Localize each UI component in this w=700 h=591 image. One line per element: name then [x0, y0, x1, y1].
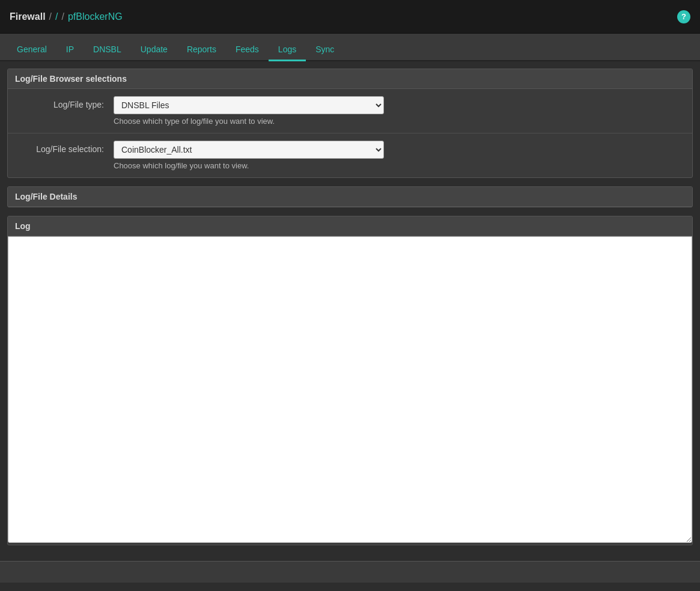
log-file-type-wrap: DNSBL Files IP Files General Files Choos…: [114, 96, 683, 126]
log-file-selection-hint: Choose which log/file you want to view.: [114, 161, 683, 170]
tab-dnsbl[interactable]: DNSBL: [84, 39, 131, 61]
tab-feeds[interactable]: Feeds: [226, 39, 269, 61]
log-file-selection-row: Log/File selection: CoinBlocker_All.txt …: [8, 133, 692, 177]
tab-ip[interactable]: IP: [56, 39, 84, 61]
breadcrumb-sep-1: /: [49, 11, 52, 22]
help-icon[interactable]: ?: [677, 10, 690, 23]
tab-reports[interactable]: Reports: [177, 39, 226, 61]
log-file-type-label: Log/File type:: [17, 96, 114, 109]
log-file-type-hint: Choose which type of log/file you want t…: [114, 117, 683, 126]
breadcrumb-firewall: Firewall: [10, 11, 46, 22]
log-file-selection-wrap: CoinBlocker_All.txt Choose which log/fil…: [114, 141, 683, 170]
breadcrumb: Firewall / / / pfBlockerNG: [10, 11, 123, 22]
browser-selections-header: Log/File Browser selections: [8, 69, 692, 89]
tab-logs[interactable]: Logs: [269, 39, 306, 61]
log-panel-header: Log: [8, 216, 692, 236]
tab-general[interactable]: General: [7, 39, 56, 61]
log-textarea[interactable]: [8, 236, 692, 543]
file-details-panel: Log/File Details: [7, 186, 693, 207]
browser-selections-body: Log/File type: DNSBL Files IP Files Gene…: [8, 89, 692, 177]
file-details-header: Log/File Details: [8, 187, 692, 207]
tab-update[interactable]: Update: [131, 39, 177, 61]
log-file-selection-select[interactable]: CoinBlocker_All.txt: [114, 141, 384, 159]
tab-sync[interactable]: Sync: [306, 39, 344, 61]
main-content: Log/File Browser selections Log/File typ…: [0, 61, 700, 561]
breadcrumb-sep-2: /: [61, 11, 64, 22]
footer-bar: [0, 561, 700, 583]
browser-selections-panel: Log/File Browser selections Log/File typ…: [7, 69, 693, 178]
log-file-type-row: Log/File type: DNSBL Files IP Files Gene…: [8, 89, 692, 133]
nav-bar: General IP DNSBL Update Reports Feeds Lo…: [0, 34, 700, 61]
breadcrumb-pfblockerng[interactable]: /: [55, 11, 58, 22]
header: Firewall / / / pfBlockerNG ?: [0, 0, 700, 34]
log-file-selection-label: Log/File selection:: [17, 141, 114, 154]
log-file-type-select[interactable]: DNSBL Files IP Files General Files: [114, 96, 384, 114]
log-panel: Log: [7, 216, 693, 545]
breadcrumb-log-browser[interactable]: pfBlockerNG: [68, 11, 123, 22]
